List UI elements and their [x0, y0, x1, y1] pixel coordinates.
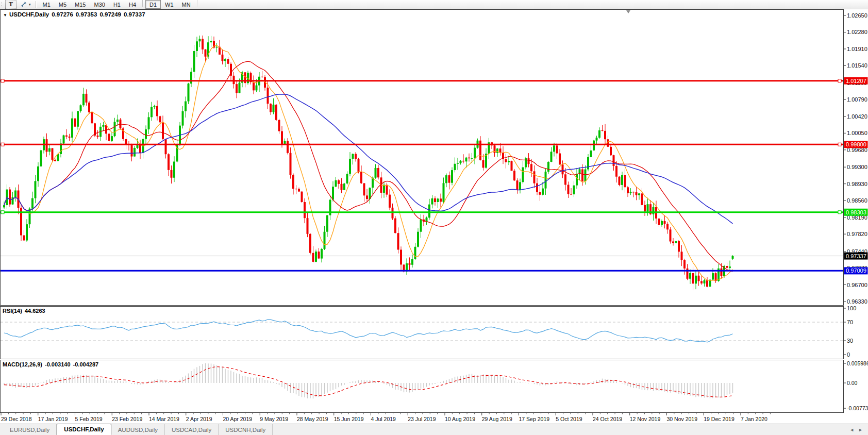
timeframe-button-h4[interactable]: H4	[125, 0, 140, 9]
svg-text:1.02650: 1.02650	[847, 12, 867, 19]
svg-text:0.96700: 0.96700	[847, 282, 867, 288]
rsi-axis: 10070300	[844, 305, 856, 358]
tab-scroll-right-icon[interactable]: ►	[858, 427, 863, 432]
timeframe-toolbar: T ▾ M1M5M15M30H1H4D1W1MN	[0, 0, 868, 9]
toolbar-separator	[197, 0, 198, 7]
svg-text:0.97337: 0.97337	[846, 253, 866, 259]
svg-text:20 Apr 2019: 20 Apr 2019	[223, 416, 253, 422]
timeframe-button-mn[interactable]: MN	[178, 0, 195, 9]
macd-signal-value: -0.004287	[73, 361, 99, 367]
symbol-dropdown-caret-icon[interactable]: ▼	[3, 13, 7, 18]
svg-text:17 Jan 2019: 17 Jan 2019	[38, 416, 68, 422]
svg-text:100: 100	[847, 305, 856, 311]
svg-text:1.02280: 1.02280	[847, 29, 867, 35]
chart-tab-usdcad[interactable]: USDCAD,Daily	[165, 424, 219, 435]
timeframe-button-h1[interactable]: H1	[109, 0, 125, 9]
rsi-panel[interactable]	[1, 307, 844, 359]
svg-text:17 Sep 2019: 17 Sep 2019	[519, 416, 550, 422]
hline-handle[interactable]	[838, 79, 841, 82]
price-box-0.99800: 0.99800	[844, 141, 868, 148]
macd-axis: 0.0059860.00-0.007737	[844, 360, 868, 411]
hline-handle[interactable]	[1, 79, 4, 82]
svg-text:7 Jan 2020: 7 Jan 2020	[741, 416, 767, 422]
svg-text:0.97820: 0.97820	[847, 231, 867, 237]
svg-text:2 Apr 2019: 2 Apr 2019	[186, 416, 212, 422]
svg-text:30: 30	[847, 338, 853, 344]
svg-text:0: 0	[847, 352, 850, 358]
chart-tab-usdcnh[interactable]: USDCNH,Daily	[219, 424, 273, 435]
price-box-0.97337: 0.97337	[844, 253, 868, 260]
macd-name: MACD(12,26,9)	[3, 361, 42, 367]
svg-text:29 Aug 2019: 29 Aug 2019	[482, 416, 512, 422]
rsi-name: RSI(14)	[3, 308, 22, 314]
svg-text:0.98560: 0.98560	[847, 197, 867, 204]
svg-text:70: 70	[847, 319, 853, 325]
svg-text:10 Aug 2019: 10 Aug 2019	[445, 416, 475, 422]
chart-tab-audusd[interactable]: AUDUSD,Daily	[111, 424, 165, 435]
hline-handle[interactable]	[838, 211, 841, 214]
dropdown-caret-icon[interactable]: ▾	[29, 3, 31, 7]
price-box-0.97009: 0.97009	[844, 267, 868, 274]
ohlc-open: 0.97276	[52, 11, 73, 18]
timeframe-button-m5[interactable]: M5	[55, 0, 71, 9]
text-tool-button[interactable]: T	[5, 0, 16, 9]
timeframe-buttons: M1M5M15M30H1H4D1W1MN	[39, 0, 200, 9]
svg-text:0.00: 0.00	[847, 380, 858, 386]
arrows-tool-button[interactable]: ▾	[18, 0, 33, 9]
rsi-value: 44.6263	[25, 308, 45, 314]
svg-text:0.99800: 0.99800	[846, 141, 866, 147]
svg-text:1.00790: 1.00790	[847, 96, 867, 103]
svg-text:9 May 2019: 9 May 2019	[260, 416, 288, 422]
hline-handle[interactable]	[1, 143, 4, 146]
svg-text:1.00420: 1.00420	[847, 113, 867, 120]
chart-canvas[interactable]: 1.026501.022801.019101.015401.011601.007…	[0, 0, 868, 435]
chart-title: ▼USDCHF,Daily0.972760.973530.972490.9733…	[3, 11, 148, 18]
svg-text:30 Nov 2019: 30 Nov 2019	[667, 416, 698, 422]
timeframe-button-d1[interactable]: D1	[145, 0, 161, 9]
svg-text:0.98930: 0.98930	[847, 181, 867, 187]
chart-tab-bar: EURUSD,DailyUSDCHF,DailyAUDUSD,DailyUSDC…	[0, 424, 868, 435]
svg-text:0.98303: 0.98303	[846, 209, 866, 215]
hline-handle[interactable]	[838, 143, 841, 146]
main-chart-panel[interactable]	[1, 10, 844, 306]
svg-text:0.005986: 0.005986	[847, 360, 868, 366]
timeframe-button-m30[interactable]: M30	[90, 0, 109, 9]
chart-tab-eurusd[interactable]: EURUSD,Daily	[3, 424, 57, 435]
svg-text:29 Dec 2018: 29 Dec 2018	[1, 416, 32, 422]
rsi-label: RSI(14)44.6263	[3, 308, 48, 314]
hline-handle[interactable]	[1, 211, 4, 214]
macd-main-value: -0.003140	[45, 361, 71, 367]
tab-scroll-left-icon[interactable]: ◄	[849, 427, 854, 432]
svg-text:1.01540: 1.01540	[847, 62, 867, 69]
timeframe-button-m1[interactable]: M1	[39, 0, 55, 9]
ohlc-low: 0.97249	[99, 11, 121, 18]
svg-text:23 Jul 2019: 23 Jul 2019	[408, 416, 436, 422]
mt4-window: T ▾ M1M5M15M30H1H4D1W1MN 1.026501.022801…	[0, 0, 868, 435]
date-axis[interactable]: 29 Dec 201817 Jan 20195 Feb 201923 Feb 2…	[1, 413, 770, 422]
price-axis[interactable]: 1.026501.022801.019101.015401.011601.007…	[844, 12, 867, 305]
svg-text:24 Oct 2019: 24 Oct 2019	[593, 416, 622, 422]
svg-text:19 Dec 2019: 19 Dec 2019	[704, 416, 735, 422]
svg-text:15 Jun 2019: 15 Jun 2019	[334, 416, 364, 422]
price-box-1.01207: 1.01207	[844, 77, 868, 85]
svg-text:0.99300: 0.99300	[847, 164, 867, 170]
macd-panel[interactable]	[1, 360, 844, 413]
timeframe-button-w1[interactable]: W1	[161, 0, 178, 9]
timeframe-button-m15[interactable]: M15	[71, 0, 90, 9]
price-box-0.98303: 0.98303	[844, 209, 868, 216]
svg-text:5 Feb 2019: 5 Feb 2019	[75, 416, 103, 422]
ohlc-close: 0.97337	[124, 11, 145, 18]
svg-text:4 Jul 2019: 4 Jul 2019	[371, 416, 396, 422]
toolbar-separator	[142, 0, 143, 7]
toolbar-grip[interactable]	[1, 2, 3, 7]
macd-label: MACD(12,26,9)-0.003140-0.004287	[3, 361, 101, 367]
svg-text:-0.007737: -0.007737	[847, 405, 868, 411]
svg-text:1.01207: 1.01207	[846, 78, 866, 84]
chart-tab-usdchf[interactable]: USDCHF,Daily	[57, 424, 111, 435]
diagonal-arrows-icon	[20, 1, 28, 8]
svg-text:0.97009: 0.97009	[846, 267, 866, 274]
toolbar-separator	[36, 1, 37, 8]
svg-text:0.96330: 0.96330	[847, 298, 867, 305]
ohlc-high: 0.97353	[76, 11, 97, 18]
svg-text:14 Mar 2019: 14 Mar 2019	[149, 416, 179, 422]
